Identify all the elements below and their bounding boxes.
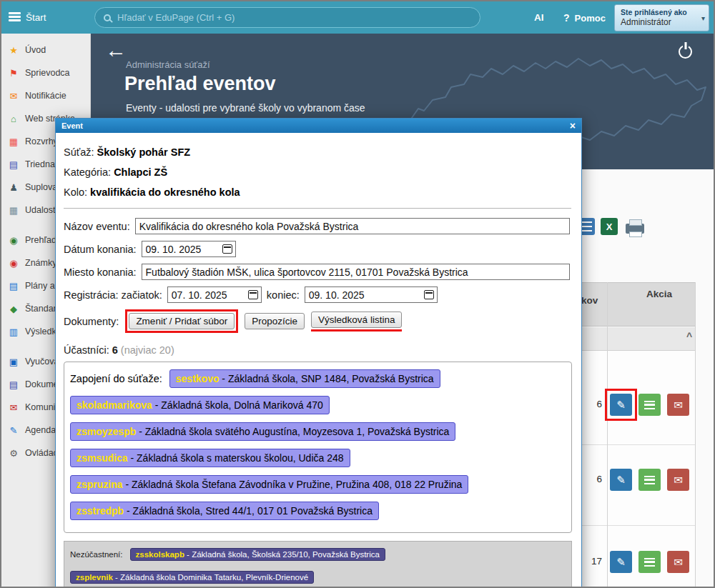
calendar-icon: ▦ — [8, 205, 19, 216]
edupage-window: Štart AI ? Pomoc Ste prihlásený ako Admi… — [0, 0, 715, 588]
not-joined-tag[interactable]: zsskolskapb - Základná škola, Školská 23… — [130, 548, 385, 561]
calendar-icon[interactable] — [424, 290, 434, 299]
participant-username: skoladmarikova — [77, 399, 152, 411]
excel-export-icon[interactable]: X — [601, 218, 618, 235]
sidebar-item-notifikacie[interactable]: ✉Notifikácie — [1, 84, 90, 107]
sidebar-item-label: Úvod — [25, 45, 46, 55]
propositions-button[interactable]: Propozície — [245, 313, 305, 329]
list-icon — [644, 558, 655, 567]
print-icon[interactable] — [626, 224, 644, 234]
category-label: Kategória: — [64, 166, 111, 178]
separator: - — [152, 399, 161, 411]
email-button[interactable]: ✉ — [667, 551, 689, 573]
results-list-button[interactable] — [638, 469, 661, 491]
envelope-icon: ✉ — [674, 474, 683, 487]
divider — [64, 208, 571, 209]
event-date-row: Dátum konania: — [64, 241, 572, 257]
event-name-input[interactable] — [135, 218, 570, 234]
participant-username: sestkovo — [176, 373, 220, 384]
classbook-icon: ▤ — [8, 159, 19, 170]
edit-pencil-icon: ✎ — [616, 399, 626, 412]
email-button[interactable]: ✉ — [667, 394, 689, 416]
results-list-button[interactable] — [638, 551, 661, 573]
logged-in-user-dropdown[interactable]: Ste prihlásený ako Administrátor ▾ — [614, 4, 709, 31]
sidebar-item-label: Agenda — [25, 425, 56, 435]
modal-title: Event — [61, 121, 83, 130]
round-value: kvalifikácia do okresného kola — [90, 186, 240, 198]
control-panel-gear-icon: ⚙ — [8, 448, 19, 459]
competition-label: Súťaž: — [64, 146, 94, 158]
user-status-text: Ste prihlásený ako — [621, 8, 696, 16]
separator: - — [219, 373, 227, 384]
separator: - — [184, 550, 192, 559]
change-add-file-button[interactable]: Zmeniť / Pridať súbor — [129, 313, 235, 329]
documents-row: Dokumenty: Zmeniť / Pridať súbor Propozí… — [64, 309, 572, 333]
column-divider — [695, 282, 696, 587]
results-sheet-button[interactable]: Výsledková listina — [311, 312, 402, 328]
results-list-button[interactable] — [638, 394, 661, 416]
topbar: Štart AI ? Pomoc Ste prihlásený ako Admi… — [1, 1, 714, 34]
event-place-input[interactable] — [142, 264, 570, 280]
separator: - — [113, 573, 120, 582]
search-bar[interactable] — [94, 7, 480, 28]
edit-pencil-icon: ✎ — [616, 556, 626, 569]
participant-username: zsplevnik — [76, 573, 113, 582]
search-icon — [104, 14, 111, 21]
joined-participants-box: Zapojení do súťaže: sestkovo - Základná … — [64, 362, 572, 533]
participant-tag[interactable]: zspruzina - Základná škola Štefana Závod… — [70, 475, 468, 494]
participant-tag[interactable]: zsmsudica - Základná škola s materskou š… — [70, 449, 350, 467]
calendar-icon[interactable] — [248, 290, 258, 299]
communication-icon: ✉ — [8, 402, 19, 413]
edit-event-button[interactable]: ✎ — [610, 394, 632, 416]
participant-school: Základná škola Štefana Závodníka v Pruži… — [132, 479, 462, 490]
ai-button[interactable]: AI — [534, 12, 544, 23]
registration-end-label: koniec: — [267, 289, 300, 301]
participant-username: zsmsudica — [77, 452, 128, 464]
sidebar-item-sprievodca[interactable]: ⚑Sprievodca — [1, 61, 90, 84]
edit-event-button[interactable]: ✎ — [610, 551, 632, 573]
registration-end-input[interactable] — [305, 286, 438, 303]
participants-label: Účastníci: — [64, 344, 109, 356]
email-button[interactable]: ✉ — [667, 469, 689, 491]
round-row: Kolo: kvalifikácia do okresného kola — [64, 186, 572, 198]
participant-school: Základná škola s materskou školou, Udiča… — [137, 452, 343, 464]
documents-label: Dokumenty: — [64, 316, 119, 327]
envelope-icon: ✉ — [674, 399, 683, 412]
participant-tag[interactable]: sestkovo - Základná škola, SNP 1484, Pov… — [169, 369, 440, 388]
close-icon[interactable]: × — [570, 121, 576, 131]
participants-max: (najviac 20) — [121, 344, 174, 356]
event-date-input[interactable] — [142, 241, 236, 257]
event-name-label: Názov eventu: — [64, 221, 130, 232]
start-menu-label[interactable]: Štart — [26, 12, 46, 23]
chevron-down-icon: ▾ — [701, 14, 705, 22]
edit-event-button[interactable]: ✎ — [610, 469, 632, 491]
results-chart-icon: ▥ — [8, 327, 19, 337]
calendar-icon[interactable] — [222, 244, 232, 254]
collapse-chevron-icon[interactable]: ^ — [686, 331, 692, 342]
hamburger-menu-icon[interactable] — [9, 12, 21, 21]
help-button[interactable]: ? Pomoc — [563, 12, 606, 24]
joined-label: Zapojení do súťaže: — [70, 373, 162, 384]
sidebar-item-uvod[interactable]: ★Úvod — [1, 39, 90, 61]
competition-row: Súťaž: Školský pohár SFZ — [64, 146, 572, 158]
home-icon: ⌂ — [8, 114, 19, 124]
separator: - — [128, 452, 137, 464]
participant-tag[interactable]: zsstredpb - Základná škola, Stred 44/1, … — [70, 502, 379, 520]
breadcrumb: Administrácia súťaží — [126, 59, 210, 70]
column-divider — [607, 282, 608, 587]
logout-power-icon[interactable] — [679, 45, 692, 59]
not-joined-tag[interactable]: zsplevnik - Základná škola Dominika Tata… — [70, 571, 314, 584]
back-arrow-icon[interactable]: ← — [105, 38, 127, 62]
participant-school: Základná škola svätého Augustína, Moyzes… — [145, 426, 450, 437]
participant-tag[interactable]: skoladmarikova - Základná škola, Dolná M… — [70, 396, 330, 414]
search-input[interactable] — [117, 12, 471, 23]
sidebar-item-label: Rozvrhy — [25, 136, 58, 146]
modal-body: Súťaž: Školský pohár SFZ Kategória: Chla… — [56, 133, 581, 588]
participant-school: Základná škola, SNP 1484, Považská Bystr… — [228, 373, 434, 384]
participants-count-row: Účastníci: 6 (najviac 20) — [64, 344, 572, 356]
competition-value: Školský pohár SFZ — [97, 146, 191, 158]
participant-tag[interactable]: zsmoyzespb - Základná škola svätého Augu… — [70, 422, 455, 441]
user-role-text: Administrátor — [621, 17, 696, 27]
event-modal: Event × Súťaž: Školský pohár SFZ Kategór… — [55, 118, 582, 588]
list-icon — [644, 401, 655, 409]
